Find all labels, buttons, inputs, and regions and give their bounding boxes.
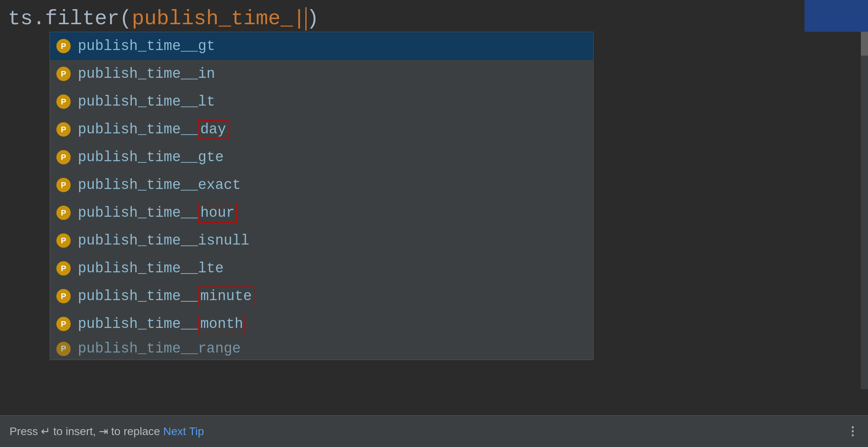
item-icon-8: P [56,233,71,248]
code-cursor: | [293,7,307,31]
item-label-2: publish_time__in [78,66,215,82]
code-paren: ) [307,7,319,31]
item-label-3: publish_time__lt [78,94,215,110]
autocomplete-item-11[interactable]: P publish_time__month [50,310,593,338]
item-icon-11: P [56,317,71,331]
code-param: publish_time_ [132,7,293,31]
autocomplete-item-9[interactable]: P publish_time__lte [50,254,593,282]
autocomplete-item-12[interactable]: P publish_time__range [50,338,593,360]
item-icon-12: P [56,342,71,356]
item-icon-6: P [56,178,71,192]
autocomplete-item-7[interactable]: P publish_time__hour [50,199,593,227]
item-label-1: publish_time__gt [78,38,215,54]
item-icon-2: P [56,67,71,81]
item-icon-4: P [56,122,71,137]
item-label-4: publish_time__day [78,121,228,138]
status-hint-text: Press ↵ to insert, ⇥ to replace [10,425,160,438]
autocomplete-item-4[interactable]: P publish_time__day [50,116,593,143]
item-icon-10: P [56,289,71,303]
code-prefix: ts.filter( [8,7,132,31]
item-icon-1: P [56,39,71,53]
autocomplete-item-6[interactable]: P publish_time__exact [50,171,593,199]
item-icon-9: P [56,261,71,276]
item-icon-5: P [56,150,71,164]
autocomplete-item-5[interactable]: P publish_time__gte [50,143,593,171]
top-right-button[interactable] [804,0,868,32]
scrollbar-thumb[interactable] [861,32,868,56]
autocomplete-item-10[interactable]: P publish_time__minute [50,282,593,310]
autocomplete-item-1[interactable]: P publish_time__gt [50,32,593,60]
autocomplete-item-3[interactable]: P publish_time__lt [50,88,593,116]
item-label-7: publish_time__hour [78,205,237,221]
item-label-10: publish_time__minute [78,288,254,304]
autocomplete-dropdown: P publish_time__gt P publish_time__in P … [50,32,594,360]
autocomplete-item-2[interactable]: P publish_time__in [50,60,593,88]
item-label-8: publish_time__isnull [78,233,249,249]
next-tip-button[interactable]: Next Tip [163,425,204,438]
item-label-11: publish_time__month [78,316,245,332]
scrollbar-track [861,32,868,389]
item-icon-3: P [56,94,71,109]
item-icon-7: P [56,206,71,220]
status-bar: Press ↵ to insert, ⇥ to replace Next Tip… [0,415,868,447]
item-label-12: publish_time__range [78,341,241,357]
item-label-6: publish_time__exact [78,177,241,193]
item-label-5: publish_time__gte [78,149,224,166]
more-options-button[interactable]: ⋮ [847,424,858,439]
autocomplete-item-8[interactable]: P publish_time__isnull [50,227,593,254]
item-label-9: publish_time__lte [78,260,224,277]
